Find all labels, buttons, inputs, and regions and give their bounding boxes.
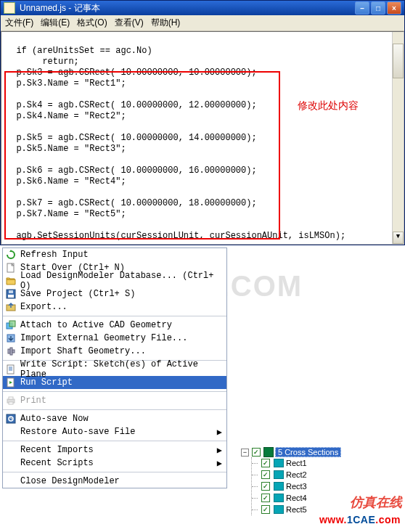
brand-url: www.1CAE.com <box>319 514 401 525</box>
menu-label: Auto-save Now <box>20 414 89 424</box>
rect-section-icon <box>274 505 284 514</box>
menu-attach-cad[interactable]: Attach to Active CAD Geometry <box>3 319 226 332</box>
refresh-icon <box>5 249 17 261</box>
code-line: agb.SetSessionUnits(curSessionLUnit, cur… <box>6 231 345 241</box>
check-icon[interactable]: ✓ <box>261 482 270 491</box>
blank-icon <box>5 426 17 438</box>
menu-label: Export... <box>20 302 68 312</box>
check-icon[interactable]: ✓ <box>261 470 270 479</box>
window-title: Unnamed.js - 记事本 <box>20 2 355 15</box>
tree-root-label[interactable]: 5 Cross Sections <box>275 447 341 457</box>
svg-rect-10 <box>12 350 15 353</box>
check-icon[interactable]: ✓ <box>261 494 270 502</box>
menu-view[interactable]: 查看(V) <box>115 17 144 29</box>
notepad-icon <box>4 2 15 14</box>
submenu-arrow-icon: ▶ <box>217 427 222 438</box>
attach-cad-icon <box>5 319 17 331</box>
code-line: p.Sk6.Name = "Rect4"; <box>6 176 126 187</box>
menu-file[interactable]: 文件(F) <box>5 17 33 29</box>
menu-label: Run Script <box>20 377 73 388</box>
code-line: p.Sk7 = agb.CSRect( 10.00000000, 18.0000… <box>6 198 257 208</box>
menu-recent-scripts[interactable]: Recent Scripts ▶ <box>3 457 226 470</box>
new-file-icon <box>5 262 17 274</box>
brand-url-tld: .com <box>375 514 401 525</box>
menu-print: Print <box>3 394 226 407</box>
scroll-down-button[interactable]: ▼ <box>393 232 404 244</box>
svg-rect-11 <box>7 365 14 374</box>
collapse-icon[interactable]: − <box>241 449 249 457</box>
code-line: p.Sk5.Name = "Rect3"; <box>6 144 126 154</box>
menu-label: Import External Geometry File... <box>20 333 187 343</box>
tree-root[interactable]: − ✓ 5 Cross Sections <box>241 447 386 457</box>
close-button[interactable]: × <box>387 1 401 15</box>
minimize-button[interactable]: – <box>355 1 369 15</box>
menu-label: Save Project (Ctrl+ S) <box>20 289 135 299</box>
rect-section-icon <box>274 494 284 502</box>
code-line: p.Sk3.Name = "Rect1"; <box>6 78 126 89</box>
menu-help[interactable]: 帮助(H) <box>151 17 181 29</box>
folder-open-icon <box>5 275 17 287</box>
code-line: p.Sk7.Name = "Rect5"; <box>6 209 126 219</box>
printer-icon <box>5 395 17 406</box>
write-script-icon <box>5 364 17 375</box>
save-icon <box>5 288 17 300</box>
annotation-text: 修改此处内容 <box>298 100 359 111</box>
check-icon[interactable]: ✓ <box>261 505 270 514</box>
menu-export[interactable]: Export... <box>3 300 226 314</box>
tree-item[interactable]: ✓Rect2 <box>256 469 386 480</box>
submenu-arrow-icon: ▶ <box>217 445 222 456</box>
svg-rect-6 <box>9 321 15 327</box>
vertical-scrollbar[interactable]: ▲ ▼ <box>392 32 404 244</box>
menu-label: Print <box>20 396 46 406</box>
export-icon <box>5 301 17 313</box>
svg-rect-3 <box>9 290 13 293</box>
code-line: p.Sk4 = agb.CSRect( 10.00000000, 12.0000… <box>6 100 257 110</box>
context-menu: Refresh Input Start Over (Ctrl+ N) Load … <box>2 247 227 488</box>
check-icon[interactable]: ✓ <box>261 459 270 467</box>
run-script-icon <box>5 377 17 388</box>
separator <box>3 316 226 316</box>
tree-item-label: Rect3 <box>286 482 307 491</box>
rect-section-icon <box>274 482 284 491</box>
menu-refresh-input[interactable]: Refresh Input <box>3 248 226 261</box>
menu-close-designmodeler[interactable]: Close DesignModeler <box>3 475 226 488</box>
tree-item[interactable]: ✓Rect1 <box>256 457 386 469</box>
menu-autosave-now[interactable]: Auto-save Now <box>3 412 226 425</box>
code-line: if (areUnitsSet == agc.No) <box>6 46 152 56</box>
menu-import-geometry[interactable]: Import External Geometry File... <box>3 332 226 345</box>
cross-section-icon <box>263 447 274 457</box>
svg-rect-2 <box>8 295 14 298</box>
blank-icon <box>5 444 17 456</box>
separator <box>3 472 226 472</box>
notepad-window: Unnamed.js - 记事本 – □ × 文件(F) 编辑(E) 格式(O)… <box>0 0 405 245</box>
menu-label: Load DesignModeler Database... (Ctrl+ O) <box>20 271 222 291</box>
code-line: p.Sk3 = agb.CSRect( 10.00000000, 10.0000… <box>6 67 257 78</box>
menu-import-shaft[interactable]: Import Shaft Geometry... <box>3 345 226 358</box>
menu-recent-imports[interactable]: Recent Imports ▶ <box>3 443 226 457</box>
brand-text: 仿真在线 <box>350 494 402 511</box>
scroll-thumb[interactable] <box>393 44 404 78</box>
rect-section-icon <box>274 459 284 467</box>
menu-edit[interactable]: 编辑(E) <box>41 17 70 29</box>
lower-panel: 1CAE.COM Refresh Input Start Over (Ctrl+… <box>0 245 405 530</box>
menu-label: Write Script: Sketch(es) of Active Plane <box>20 359 222 380</box>
check-icon[interactable]: ✓ <box>252 448 261 457</box>
menu-restore-autosave[interactable]: Restore Auto-save File ▶ <box>3 425 226 438</box>
menu-label: Recent Imports <box>20 445 94 455</box>
brand-url-www: www. <box>319 514 347 525</box>
title-bar[interactable]: Unnamed.js - 记事本 – □ × <box>1 1 404 15</box>
import-geometry-icon <box>5 332 17 344</box>
code-line: p.Sk6 = agb.CSRect( 10.00000000, 16.0000… <box>6 165 257 176</box>
maximize-button[interactable]: □ <box>371 1 385 15</box>
brand-url-domain: 1CAE <box>347 514 375 525</box>
tree-item-label: Rect5 <box>286 505 307 514</box>
tree-item-label: Rect4 <box>286 494 307 502</box>
text-editor[interactable]: if (areUnitsSet == agc.No) return; p.Sk3… <box>1 31 404 245</box>
submenu-arrow-icon: ▶ <box>217 458 222 469</box>
tree-item[interactable]: ✓Rect3 <box>256 480 386 492</box>
menu-write-script[interactable]: Write Script: Sketch(es) of Active Plane <box>3 363 226 376</box>
separator <box>3 409 226 410</box>
svg-rect-15 <box>9 402 13 404</box>
menu-load-database[interactable]: Load DesignModeler Database... (Ctrl+ O) <box>3 274 226 287</box>
menu-format[interactable]: 格式(O) <box>77 17 107 29</box>
